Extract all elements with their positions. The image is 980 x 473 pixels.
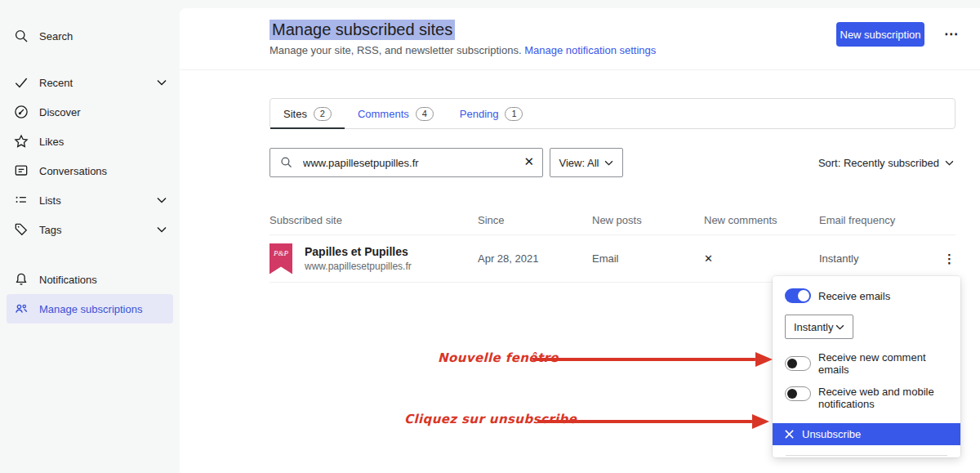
- chevron-down-icon[interactable]: [157, 79, 167, 86]
- compass-icon: [13, 104, 29, 120]
- chevron-down-icon: [835, 324, 844, 330]
- check-icon: [13, 74, 29, 91]
- new-posts-cell: Email: [592, 252, 704, 265]
- sort-label: Sort: Recently subscribed: [818, 157, 939, 169]
- sidebar-item-tags[interactable]: Tags: [0, 215, 180, 244]
- site-name: Papilles et Pupilles: [305, 245, 412, 258]
- sidebar-item-label: Recent: [39, 77, 73, 89]
- tab-pending[interactable]: Pending 1: [447, 99, 537, 128]
- sidebar-item-label: Conversations: [39, 165, 107, 177]
- annotation-arrow: [532, 358, 756, 361]
- row-actions-icon[interactable]: ⋮: [943, 252, 956, 265]
- web-mobile-notifications-toggle[interactable]: [785, 386, 811, 401]
- sidebar-item-conversations[interactable]: Conversations: [0, 156, 180, 185]
- sidebar-item-label: Lists: [39, 194, 61, 207]
- tab-count-badge: 2: [314, 107, 332, 121]
- people-icon: [13, 301, 29, 317]
- search-icon: [13, 28, 29, 44]
- sidebar-item-search[interactable]: Search: [0, 21, 180, 51]
- web-mobile-notifications-setting: Receive web and mobile notifications: [785, 386, 948, 411]
- tab-count-badge: 1: [505, 107, 523, 121]
- comment-emails-label: Receive new comment emails: [818, 351, 948, 376]
- site-cell[interactable]: P&P Papilles et Pupilles www.papillesetp…: [270, 243, 478, 274]
- receive-emails-toggle[interactable]: [785, 288, 811, 303]
- chevron-down-icon[interactable]: [157, 226, 167, 233]
- tab-count-badge: 4: [416, 107, 434, 121]
- column-header-new-comments: New comments: [704, 214, 819, 226]
- chat-icon: [13, 163, 29, 179]
- subscription-settings-popover: Receive emails Instantly Receive new com…: [773, 276, 960, 457]
- subscriptions-tabbar: Sites 2 Comments 4 Pending 1: [270, 98, 956, 129]
- sidebar-item-recent[interactable]: Recent: [0, 68, 180, 97]
- email-frequency-value: Instantly: [794, 321, 833, 333]
- column-header-since: Since: [478, 214, 592, 226]
- sidebar-item-notifications[interactable]: Notifications: [0, 265, 180, 294]
- web-mobile-notifications-label: Receive web and mobile notifications: [818, 386, 941, 411]
- email-frequency-dropdown[interactable]: Instantly: [785, 315, 853, 339]
- unsubscribe-label: Unsubscribe: [802, 428, 861, 440]
- site-identity: Papilles et Pupilles www.papillesetpupil…: [305, 245, 412, 272]
- email-frequency-cell: Instantly: [819, 252, 925, 265]
- reader-sidebar: Search Recent Discover Likes Conversatio…: [0, 0, 180, 473]
- manage-notification-settings-link[interactable]: Manage notification settings: [524, 44, 656, 56]
- more-menu-icon[interactable]: ⋯: [944, 25, 959, 44]
- header-divider: [180, 69, 980, 70]
- receive-emails-label: Receive emails: [818, 290, 890, 302]
- receive-emails-setting: Receive emails: [785, 288, 948, 303]
- site-search: ✕: [270, 148, 543, 177]
- view-filter-label: View: All: [559, 157, 599, 169]
- chevron-down-icon[interactable]: [157, 197, 167, 203]
- page-subtitle: Manage your site, RSS, and newsletter su…: [270, 44, 656, 56]
- popover-divider: [786, 455, 947, 456]
- view-filter-dropdown[interactable]: View: All: [550, 148, 623, 177]
- unsubscribe-cross-icon: [784, 429, 795, 440]
- new-subscription-button[interactable]: New subscription: [836, 22, 924, 47]
- annotation-arrowhead-icon: [752, 414, 769, 429]
- page-title: Manage subscribed sites: [270, 20, 455, 39]
- column-header-new-posts: New posts: [592, 214, 704, 226]
- site-url: www.papillesetpupilles.fr: [305, 261, 412, 272]
- chevron-down-icon: [945, 160, 954, 166]
- sort-dropdown[interactable]: Sort: Recently subscribed: [818, 148, 954, 177]
- annotation-click-unsubscribe: Cliquez sur unsubscribe: [404, 412, 577, 426]
- site-favicon: P&P: [270, 243, 292, 274]
- sidebar-item-label: Notifications: [39, 274, 97, 286]
- search-icon: [279, 155, 293, 169]
- column-header-subscribed-site: Subscribed site: [270, 214, 478, 226]
- annotation-arrow: [537, 420, 753, 423]
- star-icon: [13, 133, 29, 149]
- comment-emails-setting: Receive new comment emails: [785, 351, 948, 376]
- chevron-down-icon: [604, 160, 613, 166]
- tab-label: Comments: [358, 108, 409, 120]
- tab-comments[interactable]: Comments 4: [345, 99, 447, 128]
- sidebar-item-manage-subscriptions[interactable]: Manage subscriptions: [7, 294, 173, 324]
- tab-label: Sites: [283, 108, 307, 120]
- sidebar-item-lists[interactable]: Lists: [0, 185, 180, 215]
- comment-emails-toggle[interactable]: [785, 356, 811, 371]
- bell-icon: [13, 271, 29, 288]
- new-comments-off-icon: ✕: [704, 252, 819, 265]
- tab-label: Pending: [460, 108, 499, 120]
- annotation-arrowhead-icon: [755, 352, 773, 367]
- list-icon: [13, 192, 29, 208]
- sidebar-item-likes[interactable]: Likes: [0, 127, 180, 156]
- sidebar-spacer: [0, 51, 180, 68]
- since-cell: Apr 28, 2021: [478, 252, 592, 265]
- selected-text-highlight: Manage subscribed sites: [270, 20, 455, 40]
- sidebar-item-discover[interactable]: Discover: [0, 97, 180, 127]
- sidebar-item-label: Search: [39, 30, 73, 42]
- table-header-row: Subscribed site Since New posts New comm…: [270, 206, 956, 235]
- sidebar-item-label: Discover: [39, 106, 81, 118]
- column-header-email-frequency: Email frequency: [819, 214, 925, 226]
- sidebar-item-label: Manage subscriptions: [39, 303, 142, 315]
- sidebar-item-label: Likes: [39, 136, 64, 148]
- unsubscribe-menu-item[interactable]: Unsubscribe: [773, 423, 960, 445]
- tag-icon: [13, 221, 29, 238]
- sidebar-spacer: [0, 244, 180, 265]
- search-input[interactable]: [270, 148, 543, 177]
- tab-sites[interactable]: Sites 2: [270, 99, 345, 128]
- clear-search-icon[interactable]: ✕: [523, 154, 534, 169]
- sidebar-item-label: Tags: [39, 224, 61, 236]
